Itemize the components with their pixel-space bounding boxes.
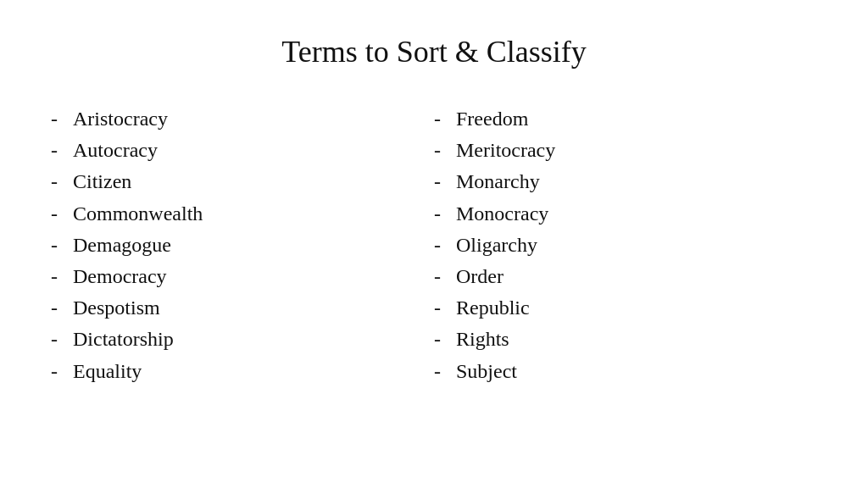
list-item: -Aristocracy [51,103,434,135]
list-item: -Demagogue [51,230,434,261]
page-title: Terms to Sort & Classify [281,34,586,69]
list-dash: - [51,324,58,355]
terms-content: -Aristocracy-Autocracy-Citizen-Commonwea… [51,103,817,387]
list-item: -Order [434,261,817,292]
list-item: -Meritocracy [434,135,817,166]
list-item: -Freedom [434,103,817,135]
term-label: Oligarchy [456,230,537,261]
list-dash: - [51,292,58,324]
term-label: Republic [456,292,530,324]
list-item: -Commonwealth [51,198,434,230]
list-dash: - [434,198,441,230]
list-dash: - [51,230,58,261]
list-dash: - [434,324,441,355]
list-dash: - [434,292,441,324]
term-label: Democracy [73,261,167,292]
term-label: Equality [73,356,142,387]
term-label: Despotism [73,292,160,324]
list-dash: - [434,135,441,166]
term-label: Demagogue [73,230,171,261]
list-item: -Autocracy [51,135,434,166]
list-item: -Dictatorship [51,324,434,355]
left-column: -Aristocracy-Autocracy-Citizen-Commonwea… [51,103,434,387]
list-dash: - [434,103,441,135]
list-dash: - [51,166,58,197]
term-label: Autocracy [73,135,158,166]
list-item: -Subject [434,356,817,387]
list-dash: - [51,198,58,230]
list-dash: - [51,135,58,166]
list-item: -Despotism [51,292,434,324]
term-label: Meritocracy [456,135,555,166]
term-label: Subject [456,356,517,387]
list-item: -Rights [434,324,817,355]
list-item: -Republic [434,292,817,324]
term-label: Dictatorship [73,324,174,355]
term-label: Monarchy [456,166,540,197]
right-column: -Freedom-Meritocracy-Monarchy-Monocracy-… [434,103,817,387]
list-dash: - [434,166,441,197]
list-item: -Democracy [51,261,434,292]
term-label: Commonwealth [73,198,203,230]
list-dash: - [434,261,441,292]
term-label: Citizen [73,166,131,197]
list-dash: - [434,356,441,387]
list-item: -Equality [51,356,434,387]
list-dash: - [51,261,58,292]
term-label: Rights [456,324,509,355]
list-dash: - [51,103,58,135]
list-item: -Oligarchy [434,230,817,261]
term-label: Aristocracy [73,103,168,135]
term-label: Monocracy [456,198,548,230]
list-dash: - [434,230,441,261]
list-item: -Monocracy [434,198,817,230]
list-item: -Monarchy [434,166,817,197]
term-label: Freedom [456,103,528,135]
list-dash: - [51,356,58,387]
term-label: Order [456,261,504,292]
list-item: -Citizen [51,166,434,197]
